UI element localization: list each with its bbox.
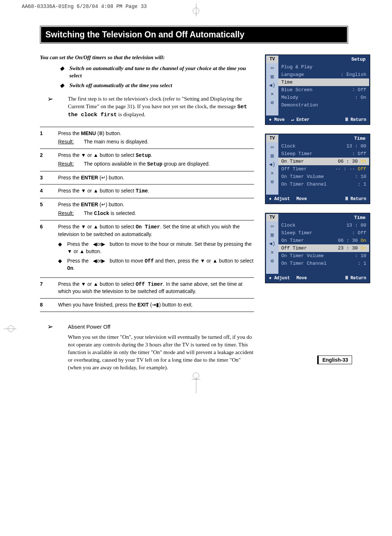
osd-row: Melody: On [278, 94, 369, 101]
step-8: 8When you have finished, press the EXIT … [40, 298, 254, 312]
osd-footer-hint: Ⅲ Return [345, 117, 366, 122]
osd-menu-3: TVTime▭▥◀)✕⚙Clock13 : 00Sleep Timer: Off… [265, 213, 370, 283]
osd-row: On Timer Channel: 1 [278, 180, 369, 188]
osd-sidebar-icon: ▥ [266, 230, 278, 239]
osd-row: On Timer06 : 30 On [278, 158, 369, 165]
osd-row: Plug & Play [278, 63, 369, 71]
osd-sidebar-icon [266, 107, 278, 115]
osd-row: On Timer Channel: 1 [278, 260, 369, 267]
step-5: 5Press the ENTER (↵) button.Result:The C… [40, 198, 254, 220]
absent-power-off-note: Absent Power Off When you set the timer … [68, 323, 254, 371]
osd-title: Setup [278, 56, 369, 63]
print-header: AA68-03336A-01Eng 6/28/04 4:08 PM Page 3… [0, 0, 392, 9]
step-1: 1Press the MENU (Ⅲ) button.Result:The ma… [40, 127, 254, 149]
crop-mark-bottom [189, 373, 203, 393]
osd-tv-label: TV [266, 56, 278, 63]
osd-sidebar-icon: ▥ [266, 151, 278, 160]
osd-sidebar-icon: ⚙ [266, 177, 278, 186]
osd-footer-hint: Move [297, 275, 307, 281]
osd-row: Clock13 : 00 [278, 222, 369, 229]
osd-sidebar-icon: ⚙ [266, 256, 278, 265]
osd-title: Time [278, 135, 369, 142]
osd-sidebar-icon: ✕ [266, 248, 278, 256]
osd-sidebar-icon: ◀) [266, 160, 278, 168]
osd-row: Sleep Timer: Off [278, 150, 369, 158]
osd-title: Time [278, 214, 369, 222]
osd-sidebar-icon: ✕ [266, 168, 278, 177]
osd-sidebar-icon: ⚙ [266, 98, 278, 107]
osd-sidebar-icon: ▭ [266, 142, 278, 151]
step-6: 6Press the ▼ or ▲ button to select On Ti… [40, 220, 254, 277]
osd-footer-hint: Ⅲ Return [345, 196, 366, 202]
osd-sidebar-icon: ◀) [266, 81, 278, 89]
note-arrow-icon: ➢ [47, 323, 53, 371]
intro-bullet: ◆Switch off automatically at the time yo… [60, 82, 254, 89]
osd-row: On Timer Volume: 10 [278, 252, 369, 260]
osd-footer-hint: Ⅲ Return [345, 275, 366, 281]
osd-footer-hint: ↵ Enter [291, 117, 309, 122]
osd-tv-label: TV [266, 135, 278, 142]
step-4: 4Press the ▼ or ▲ button to select Time. [40, 184, 254, 198]
osd-sidebar-icon: ▥ [266, 72, 278, 81]
osd-row: Blue Screen: Off [278, 86, 369, 94]
note-arrow-icon: ➢ [47, 95, 53, 119]
osd-tv-label: TV [266, 214, 278, 222]
step-3: 3Press the ENTER (↵) button. [40, 171, 254, 184]
osd-row: On Timer Volume: 10 [278, 173, 369, 180]
osd-row: Demonstration [278, 101, 369, 109]
osd-row: Language: English [278, 71, 369, 78]
osd-menu-2: TVTime▭▥◀)✕⚙Clock13 : 00Sleep Timer: Off… [265, 134, 370, 204]
osd-sidebar-icon [266, 265, 278, 274]
osd-footer-hint: ♦ Adjust [269, 196, 290, 202]
osd-footer-hint: ♦ Move [269, 117, 285, 122]
intro-text: You can set the On/Off timers so that th… [40, 54, 254, 61]
osd-sidebar-icon: ▭ [266, 63, 278, 72]
osd-row: Off Timer23 : 30 On [278, 244, 369, 252]
osd-sidebar-icon: ✕ [266, 89, 278, 98]
osd-row: Time [278, 78, 369, 86]
osd-row: Clock13 : 00 [278, 142, 369, 150]
note-text: The first step is to set the television'… [68, 95, 254, 119]
osd-row: On Timer06 : 30 On [278, 237, 369, 244]
osd-footer-hint: Move [297, 196, 307, 202]
osd-row: Sleep Timer: Off [278, 229, 369, 237]
osd-sidebar-icon [266, 186, 278, 195]
osd-sidebar-icon: ▭ [266, 222, 278, 230]
osd-menu-1: TVSetup▭▥◀)✕⚙Plug & PlayLanguage: Englis… [265, 54, 370, 125]
step-2: 2Press the ▼ or ▲ button to select Setup… [40, 149, 254, 171]
page-number: English-33 [317, 356, 352, 364]
intro-bullet: ◆Switch on automatically and tune to the… [60, 65, 254, 79]
osd-sidebar-icon: ◀) [266, 239, 278, 248]
page-title: Switching the Television On and Off Auto… [41, 27, 347, 42]
step-7: 7Press the ▼ or ▲ button to select Off T… [40, 277, 254, 298]
osd-footer-hint: ♦ Adjust [269, 275, 290, 281]
osd-row: Off Timer-- : -- Off [278, 165, 369, 173]
